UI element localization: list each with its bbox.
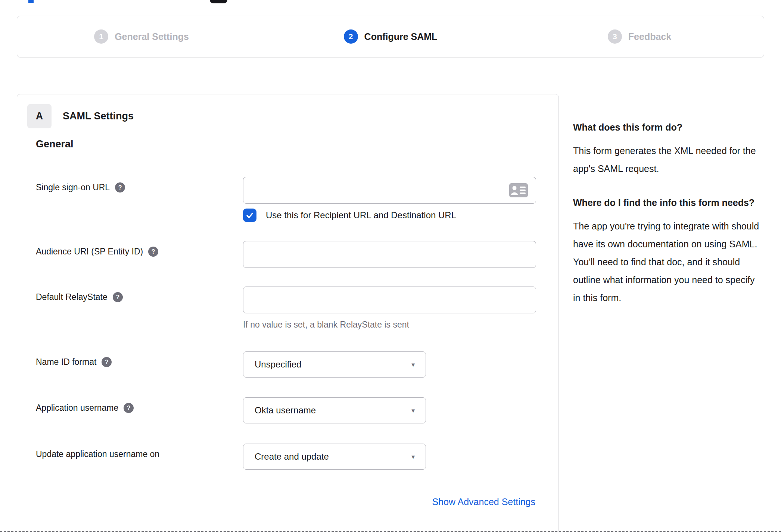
section-title: SAML Settings — [63, 110, 134, 122]
general-group-title: General — [36, 138, 74, 150]
chevron-down-icon: ▼ — [410, 454, 416, 460]
application-username-help-icon[interactable]: ? — [124, 403, 134, 413]
wizard-stepper: 1 General Settings 2 Configure SAML 3 Fe… — [17, 16, 764, 57]
chevron-down-icon: ▼ — [410, 407, 416, 414]
single-sign-on-url-help-icon[interactable]: ? — [115, 182, 125, 193]
contact-card-icon[interactable] — [509, 183, 528, 197]
use-for-recipient-url-label: Use this for Recipient URL and Destinati… — [266, 210, 456, 220]
checkmark-icon — [245, 211, 254, 220]
name-id-format-value: Unspecified — [255, 359, 301, 370]
help-question-2: Where do I find the info this form needs… — [573, 195, 764, 210]
single-sign-on-url-input[interactable] — [243, 177, 536, 204]
name-id-format-select[interactable]: Unspecified ▼ — [243, 351, 426, 378]
name-id-format-help-icon[interactable]: ? — [102, 357, 112, 367]
application-username-value: Okta username — [255, 405, 316, 416]
audience-uri-label: Audience URI (SP Entity ID) ? — [36, 247, 158, 257]
relaystate-helper-text: If no value is set, a blank RelayState i… — [243, 320, 409, 330]
single-sign-on-url-label: Single sign-on URL ? — [36, 182, 125, 193]
step-2-label: Configure SAML — [364, 31, 438, 42]
step-3-label: Feedback — [628, 31, 671, 42]
step-1-label: General Settings — [115, 31, 189, 42]
audience-uri-help-icon[interactable]: ? — [148, 247, 158, 257]
saml-settings-panel: A SAML Settings General Single sign-on U… — [17, 94, 559, 532]
help-answer-1: This form generates the XML needed for t… — [573, 142, 764, 178]
update-application-username-label: Update application username on — [36, 449, 159, 459]
section-a-badge: A — [27, 104, 52, 128]
default-relaystate-help-icon[interactable]: ? — [113, 292, 123, 302]
chevron-down-icon: ▼ — [410, 362, 416, 368]
update-application-username-value: Create and update — [255, 451, 329, 462]
use-for-recipient-url-checkbox[interactable] — [243, 209, 256, 222]
cut-off-logo-fragment — [28, 0, 34, 3]
step-2-number-badge: 2 — [344, 29, 358, 44]
help-answer-2: The app you're trying to integrate with … — [573, 217, 764, 307]
show-advanced-settings-link[interactable]: Show Advanced Settings — [432, 497, 535, 507]
audience-uri-input[interactable] — [243, 241, 536, 268]
default-relaystate-input[interactable] — [243, 287, 536, 313]
application-username-select[interactable]: Okta username ▼ — [243, 397, 426, 423]
section-header: A SAML Settings — [27, 104, 134, 128]
cut-off-toolbar-fragment — [210, 0, 227, 3]
update-application-username-select[interactable]: Create and update ▼ — [243, 444, 426, 470]
help-sidebar: What does this form do? This form genera… — [573, 120, 764, 307]
step-configure-saml[interactable]: 2 Configure SAML — [266, 16, 515, 57]
step-3-number-badge: 3 — [608, 29, 622, 44]
application-username-label: Application username ? — [36, 403, 134, 413]
default-relaystate-label: Default RelayState ? — [36, 292, 123, 302]
help-question-1: What does this form do? — [573, 120, 764, 134]
name-id-format-label: Name ID format ? — [36, 357, 112, 367]
step-feedback[interactable]: 3 Feedback — [515, 16, 764, 57]
step-general-settings[interactable]: 1 General Settings — [17, 16, 266, 57]
step-1-number-badge: 1 — [94, 29, 108, 44]
